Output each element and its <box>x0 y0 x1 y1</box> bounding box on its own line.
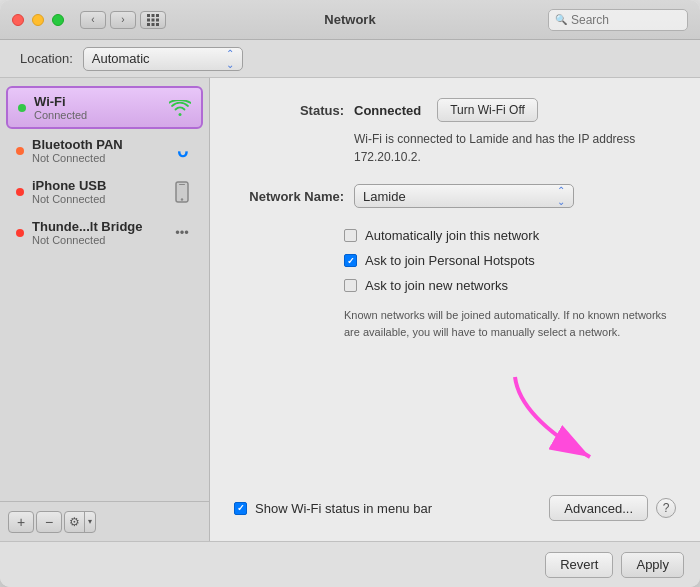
search-icon: 🔍 <box>555 14 567 25</box>
sidebar: Wi-Fi Connected <box>0 78 210 541</box>
checkbox-personal-hotspot[interactable]: ✓ Ask to join Personal Hotspots <box>344 253 676 268</box>
turn-wifi-off-button[interactable]: Turn Wi-Fi Off <box>437 98 538 122</box>
right-panel: Status: Connected Turn Wi-Fi Off Wi-Fi i… <box>210 78 700 541</box>
gear-icon: ⚙ <box>65 512 85 532</box>
personal-hotspot-label: Ask to join Personal Hotspots <box>365 253 535 268</box>
svg-rect-0 <box>147 14 150 17</box>
location-bar: Location: Automatic ⌃⌄ <box>0 40 700 78</box>
network-name-dropdown[interactable]: Lamide ⌃⌄ <box>354 184 574 208</box>
nav-buttons: ‹ › <box>80 11 136 29</box>
checkbox-auto-join[interactable]: Automatically join this network <box>344 228 676 243</box>
location-dropdown[interactable]: Automatic ⌃⌄ <box>83 47 243 71</box>
help-button[interactable]: ? <box>656 498 676 518</box>
maximize-button[interactable] <box>52 14 64 26</box>
close-button[interactable] <box>12 14 24 26</box>
sidebar-item-text-bluetooth: Bluetooth PAN Not Connected <box>32 137 165 164</box>
sidebar-list: Wi-Fi Connected <box>0 78 209 501</box>
svg-rect-4 <box>152 18 155 21</box>
sidebar-item-bluetooth[interactable]: Bluetooth PAN Not Connected ᴗ <box>6 131 203 170</box>
bottom-bar: Revert Apply <box>0 541 700 587</box>
show-wifi-check-icon: ✓ <box>237 503 245 513</box>
search-box[interactable]: 🔍 <box>548 9 688 31</box>
svg-rect-5 <box>156 18 159 21</box>
traffic-lights <box>12 14 64 26</box>
personal-hotspot-checkbox[interactable]: ✓ <box>344 254 357 267</box>
network-name-row: Network Name: Lamide ⌃⌄ <box>234 184 676 208</box>
auto-join-checkbox[interactable] <box>344 229 357 242</box>
sidebar-thunderbolt-status: Not Connected <box>32 234 165 246</box>
back-button[interactable]: ‹ <box>80 11 106 29</box>
content-area: Wi-Fi Connected <box>0 78 700 541</box>
location-value: Automatic <box>92 51 226 66</box>
sidebar-bluetooth-name: Bluetooth PAN <box>32 137 165 152</box>
network-name-label: Network Name: <box>234 189 344 204</box>
thunderbolt-icon: ••• <box>171 225 193 240</box>
auto-join-label: Automatically join this network <box>365 228 539 243</box>
status-row: Status: Connected Turn Wi-Fi Off <box>234 98 676 122</box>
sidebar-item-text-iphone: iPhone USB Not Connected <box>32 178 165 205</box>
check-icon: ✓ <box>347 256 355 266</box>
bluetooth-icon: ᴗ <box>171 140 193 162</box>
ask-new-checkbox[interactable] <box>344 279 357 292</box>
titlebar: ‹ › Network 🔍 <box>0 0 700 40</box>
status-dot-thunderbolt <box>16 229 24 237</box>
arrow-annotation <box>500 367 620 481</box>
status-dot-bluetooth <box>16 147 24 155</box>
sidebar-iphone-status: Not Connected <box>32 193 165 205</box>
svg-point-11 <box>181 198 183 200</box>
sidebar-bluetooth-status: Not Connected <box>32 152 165 164</box>
sidebar-item-text-wifi: Wi-Fi Connected <box>34 94 163 121</box>
status-dot-wifi <box>18 104 26 112</box>
status-description: Wi-Fi is connected to Lamide and has the… <box>354 130 676 166</box>
svg-rect-7 <box>152 23 155 26</box>
apply-button[interactable]: Apply <box>621 552 684 578</box>
status-dot-iphone <box>16 188 24 196</box>
sidebar-wifi-name: Wi-Fi <box>34 94 163 109</box>
svg-rect-10 <box>179 184 185 185</box>
checkboxes-section: Automatically join this network ✓ Ask to… <box>344 228 676 293</box>
svg-rect-6 <box>147 23 150 26</box>
sidebar-item-wifi[interactable]: Wi-Fi Connected <box>6 86 203 129</box>
search-input[interactable] <box>571 13 671 27</box>
sidebar-item-text-thunderbolt: Thunde...lt Bridge Not Connected <box>32 219 165 246</box>
gear-chevron-icon: ▾ <box>85 512 95 532</box>
show-wifi-row[interactable]: ✓ Show Wi-Fi status in menu bar <box>234 501 549 516</box>
revert-button[interactable]: Revert <box>545 552 613 578</box>
hint-text: Known networks will be joined automatica… <box>344 307 676 340</box>
sidebar-footer: + − ⚙ ▾ <box>0 501 209 541</box>
iphone-icon <box>171 181 193 203</box>
minimize-button[interactable] <box>32 14 44 26</box>
sidebar-thunderbolt-name: Thunde...lt Bridge <box>32 219 165 234</box>
network-preferences-window: ‹ › Network 🔍 Location: Automatic ⌃⌄ <box>0 0 700 587</box>
advanced-button[interactable]: Advanced... <box>549 495 648 521</box>
show-wifi-checkbox[interactable]: ✓ <box>234 502 247 515</box>
sidebar-wifi-status: Connected <box>34 109 163 121</box>
add-network-button[interactable]: + <box>8 511 34 533</box>
network-chevron-icon: ⌃⌄ <box>557 185 565 207</box>
checkbox-ask-new[interactable]: Ask to join new networks <box>344 278 676 293</box>
sidebar-item-iphone-usb[interactable]: iPhone USB Not Connected <box>6 172 203 211</box>
gear-menu-button[interactable]: ⚙ ▾ <box>64 511 96 533</box>
show-wifi-label: Show Wi-Fi status in menu bar <box>255 501 432 516</box>
status-label: Status: <box>234 103 344 118</box>
remove-network-button[interactable]: − <box>36 511 62 533</box>
ask-new-label: Ask to join new networks <box>365 278 508 293</box>
wifi-icon <box>169 100 191 116</box>
sidebar-iphone-name: iPhone USB <box>32 178 165 193</box>
network-name-value: Lamide <box>363 189 557 204</box>
svg-rect-2 <box>156 14 159 17</box>
svg-rect-3 <box>147 18 150 21</box>
location-label: Location: <box>20 51 73 66</box>
svg-rect-1 <box>152 14 155 17</box>
bottom-section: ✓ Show Wi-Fi status in menu bar Advanced… <box>234 495 676 521</box>
grid-button[interactable] <box>140 11 166 29</box>
sidebar-item-thunderbolt[interactable]: Thunde...lt Bridge Not Connected ••• <box>6 213 203 252</box>
location-chevron-icon: ⌃⌄ <box>226 48 234 70</box>
window-title: Network <box>324 12 375 27</box>
svg-rect-8 <box>156 23 159 26</box>
forward-button[interactable]: › <box>110 11 136 29</box>
status-value: Connected <box>354 103 421 118</box>
